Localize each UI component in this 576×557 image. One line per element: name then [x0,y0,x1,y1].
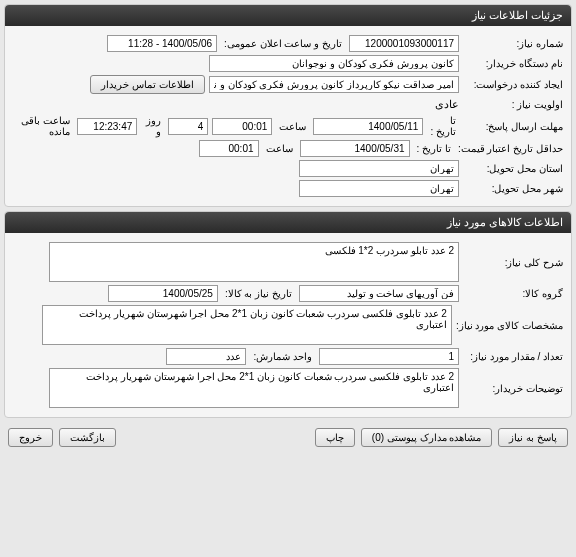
qty-input[interactable] [319,348,459,365]
summary-label: شرح کلی نیاز: [463,255,563,270]
footer-right-group: پاسخ به نیاز مشاهده مدارک پیوستی (0) چاپ [315,428,568,447]
creator-input[interactable] [209,76,459,93]
required-goods-header: اطلاعات کالاهای مورد نیاز [5,212,571,233]
requirement-details-title: جزئیات اطلاعات نیاز [472,9,563,21]
to-date-label-2: تا تاریخ : [414,143,454,154]
city-label: شهر محل تحویل: [463,181,563,196]
to-date-label-1: تا تاریخ : [427,115,459,137]
price-validity-date-input[interactable] [300,140,410,157]
buyer-org-label: نام دستگاه خریدار: [463,56,563,71]
required-goods-title: اطلاعات کالاهای مورد نیاز [447,216,563,228]
buyer-notes-label: توضیحات خریدار: [463,381,563,396]
requirement-details-panel: جزئیات اطلاعات نیاز شماره نیاز: تاریخ و … [4,4,572,207]
spec-label: مشخصات کالای مورد نیاز: [456,318,563,333]
price-validity-time-input[interactable] [199,140,259,157]
priority-value: عادی [435,98,459,111]
city-input[interactable] [299,180,459,197]
days-remaining-input[interactable] [168,118,208,135]
respond-button[interactable]: پاسخ به نیاز [498,428,568,447]
attachments-button[interactable]: مشاهده مدارک پیوستی (0) [361,428,493,447]
group-label: گروه کالا: [463,286,563,301]
creator-label: ایجاد کننده درخواست: [463,77,563,92]
buyer-org-input[interactable] [209,55,459,72]
goods-need-date-label: تاریخ نیاز به کالا: [222,288,295,299]
need-number-label: شماره نیاز: [463,36,563,51]
deadline-date-input[interactable] [313,118,423,135]
announce-datetime-input[interactable] [107,35,217,52]
time-label-1: ساعت [276,121,309,132]
print-button[interactable]: چاپ [315,428,355,447]
announce-datetime-label: تاریخ و ساعت اعلان عمومی: [221,38,345,49]
footer-left-group: بازگشت خروج [8,428,116,447]
group-input[interactable] [299,285,459,302]
unit-input[interactable] [166,348,246,365]
price-validity-label: حداقل تاریخ اعتبار قیمت: [458,141,563,156]
days-and-label: روز و [141,115,164,137]
qty-label: تعداد / مقدار مورد نیاز: [463,349,563,364]
back-button[interactable]: بازگشت [59,428,116,447]
requirement-details-header: جزئیات اطلاعات نیاز [5,5,571,26]
goods-need-date-input[interactable] [108,285,218,302]
time-remaining-label: ساعت باقی مانده [13,115,73,137]
spec-textarea[interactable] [42,305,452,345]
exit-button[interactable]: خروج [8,428,53,447]
unit-label: واحد شمارش: [250,351,315,362]
summary-textarea[interactable] [49,242,459,282]
deadline-send-label: مهلت ارسال پاسخ: [463,119,563,134]
province-input[interactable] [299,160,459,177]
required-goods-body: شرح کلی نیاز: گروه کالا: تاریخ نیاز به ک… [5,233,571,417]
requirement-details-body: شماره نیاز: تاریخ و ساعت اعلان عمومی: نا… [5,26,571,206]
deadline-time-input[interactable] [212,118,272,135]
province-label: استان محل تحویل: [463,161,563,176]
footer-bar: پاسخ به نیاز مشاهده مدارک پیوستی (0) چاپ… [0,422,576,453]
contact-buyer-button[interactable]: اطلاعات تماس خریدار [90,75,205,94]
priority-label: اولویت نیاز : [463,97,563,112]
required-goods-panel: اطلاعات کالاهای مورد نیاز شرح کلی نیاز: … [4,211,572,418]
time-label-2: ساعت [263,143,296,154]
need-number-input[interactable] [349,35,459,52]
time-remaining-input[interactable] [77,118,137,135]
buyer-notes-textarea[interactable] [49,368,459,408]
